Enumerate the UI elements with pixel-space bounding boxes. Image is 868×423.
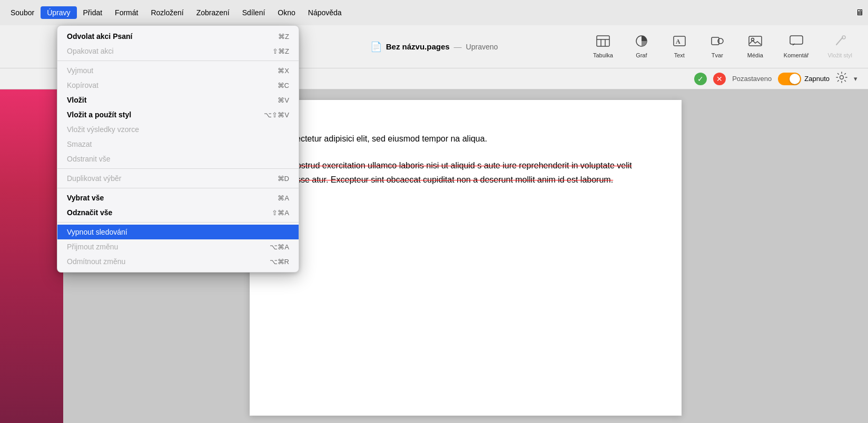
tracking-toggle[interactable]: Zapnuto bbox=[778, 73, 830, 85]
toolbar-tvar-btn[interactable]: Tvar bbox=[703, 32, 732, 62]
document-subtitle: Upraveno bbox=[466, 43, 498, 51]
toolbar-vlozit-styl-btn[interactable]: Vložit styl bbox=[823, 32, 857, 62]
toggle-knob bbox=[790, 74, 800, 84]
para1-text: sectetur adipisici elit, sed eiusmod tem… bbox=[292, 134, 487, 143]
svg-text:A: A bbox=[676, 38, 680, 45]
menu-item-duplikovat-shortcut: ⌘D bbox=[278, 175, 289, 183]
toolbar-text-btn[interactable]: A Text bbox=[665, 32, 694, 62]
toolbar-buttons: Tabulka Graf A Text bbox=[588, 32, 857, 62]
menu-item-prijmout-zmenu[interactable]: Přijmout změnu ⌥⌘A bbox=[57, 239, 299, 254]
menu-item-odznacit-vse-shortcut: ⇧⌘A bbox=[272, 209, 289, 217]
menubar-pridat[interactable]: Přidat bbox=[77, 6, 109, 19]
paragraph-2: nostrud exercitation ullamco laboris nis… bbox=[292, 158, 639, 187]
sidebar bbox=[0, 89, 63, 423]
menu-item-vybrat-vse[interactable]: Vybrat vše ⌘A bbox=[57, 190, 299, 205]
page-content: sectetur adipisici elit, sed eiusmod tem… bbox=[292, 132, 639, 187]
menu-item-kopirovat[interactable]: Kopírovat ⌘C bbox=[57, 78, 299, 93]
menu-item-vypnout-sledovani[interactable]: Vypnout sledování bbox=[57, 225, 299, 239]
komentar-icon bbox=[790, 35, 803, 50]
title-separator: — bbox=[454, 42, 462, 51]
menu-item-vypnout-sledovani-label: Vypnout sledování bbox=[67, 228, 127, 236]
menu-item-odznacit-vse-label: Odznačit vše bbox=[67, 208, 112, 217]
document-title: Bez názvu.pages bbox=[386, 42, 450, 51]
tabulka-icon bbox=[596, 35, 610, 50]
menu-item-duplikovat[interactable]: Duplikovat výběr ⌘D bbox=[57, 171, 299, 186]
monitor-icon: 🖥 bbox=[855, 8, 864, 17]
media-icon bbox=[748, 35, 762, 50]
media-label: Média bbox=[747, 52, 763, 58]
menu-item-vlozit-vzorce-label: Vložit výsledky vzorce bbox=[67, 125, 139, 134]
komentar-label: Komentář bbox=[784, 52, 809, 58]
menu-item-vyjmout-shortcut: ⌘X bbox=[278, 67, 289, 75]
menu-item-vlozit-shortcut: ⌘V bbox=[278, 96, 289, 104]
menu-item-prijmout-zmenu-label: Přijmout změnu bbox=[67, 243, 118, 251]
menu-item-vybrat-vse-label: Vybrat vše bbox=[67, 194, 104, 202]
tvar-label: Tvar bbox=[712, 52, 723, 58]
tracking-chevron-btn[interactable]: ▾ bbox=[854, 75, 857, 83]
separator-2 bbox=[57, 168, 299, 169]
menubar: Soubor Úpravy Přidat Formát Rozložení Zo… bbox=[0, 0, 868, 25]
svg-rect-11 bbox=[790, 36, 803, 44]
zapnuto-label: Zapnuto bbox=[804, 75, 830, 83]
menu-item-vlozit-vzorce[interactable]: Vložit výsledky vzorce bbox=[57, 122, 299, 137]
reject-change-btn[interactable]: ✕ bbox=[713, 73, 726, 85]
menu-item-odmitnout-zmenu-shortcut: ⌥⌘R bbox=[270, 258, 289, 266]
menu-item-odvolat[interactable]: Odvolat akci Psaní ⌘Z bbox=[57, 29, 299, 44]
document-icon: 📄 bbox=[370, 41, 382, 53]
tabulka-label: Tabulka bbox=[593, 52, 613, 58]
menu-item-odstranit-vse[interactable]: Odstranit vše bbox=[57, 152, 299, 166]
tvar-icon bbox=[711, 35, 724, 50]
text-icon: A bbox=[673, 35, 686, 50]
menu-item-vlozit-styl-label: Vložit a použít styl bbox=[67, 110, 131, 119]
menubar-format[interactable]: Formát bbox=[108, 6, 144, 19]
menu-item-vlozit-styl[interactable]: Vložit a použít styl ⌥⇧⌘V bbox=[57, 107, 299, 122]
svg-rect-9 bbox=[749, 36, 762, 46]
text-label: Text bbox=[674, 52, 685, 58]
menu-item-odmitnout-zmenu-label: Odmítnout změnu bbox=[67, 257, 125, 266]
menu-item-duplikovat-label: Duplikovat výběr bbox=[67, 174, 122, 183]
edit-dropdown-menu: Odvolat akci Psaní ⌘Z Opakovat akci ⇧⌘Z … bbox=[57, 25, 299, 273]
toolbar-media-btn[interactable]: Média bbox=[741, 32, 770, 62]
vlozit-styl-label: Vložit styl bbox=[828, 52, 852, 58]
menu-item-odznacit-vse[interactable]: Odznačit vše ⇧⌘A bbox=[57, 205, 299, 220]
menu-item-odvolat-label: Odvolat akci Psaní bbox=[67, 32, 133, 41]
menu-item-opakovat-label: Opakovat akci bbox=[67, 47, 114, 55]
menu-item-opakovat[interactable]: Opakovat akci ⇧⌘Z bbox=[57, 44, 299, 58]
separator-4 bbox=[57, 222, 299, 223]
tracking-settings-btn[interactable] bbox=[836, 72, 847, 86]
menu-item-vybrat-vse-shortcut: ⌘A bbox=[278, 194, 289, 202]
menubar-napoveda[interactable]: Nápověda bbox=[302, 6, 348, 19]
menubar-upravy[interactable]: Úpravy bbox=[41, 6, 76, 19]
menubar-soubor[interactable]: Soubor bbox=[4, 6, 41, 19]
menubar-rozlozeni[interactable]: Rozložení bbox=[144, 6, 190, 19]
menu-item-vlozit[interactable]: Vložit ⌘V bbox=[57, 93, 299, 107]
toolbar-graf-btn[interactable]: Graf bbox=[627, 32, 656, 62]
menu-item-vyjmout-label: Vyjmout bbox=[67, 66, 93, 75]
separator-3 bbox=[57, 188, 299, 188]
menu-item-prijmout-zmenu-shortcut: ⌥⌘A bbox=[270, 243, 289, 251]
menu-item-odstranit-vse-label: Odstranit vše bbox=[67, 155, 110, 163]
menu-item-kopirovat-shortcut: ⌘C bbox=[278, 82, 289, 89]
svg-rect-0 bbox=[597, 36, 609, 46]
menu-item-smazat[interactable]: Smazat bbox=[57, 137, 299, 152]
toggle-switch[interactable] bbox=[778, 73, 801, 85]
toolbar-tabulka-btn[interactable]: Tabulka bbox=[588, 32, 618, 62]
pozastaveno-label: Pozastaveno bbox=[732, 75, 772, 83]
graf-label: Graf bbox=[636, 52, 647, 58]
menu-item-kopirovat-label: Kopírovat bbox=[67, 81, 98, 89]
menubar-okno[interactable]: Okno bbox=[271, 6, 301, 19]
menubar-sdileni[interactable]: Sdílení bbox=[236, 6, 272, 19]
para2-text: nostrud exercitation ullamco laboris nis… bbox=[292, 161, 632, 184]
menu-item-vlozit-label: Vložit bbox=[67, 96, 86, 104]
menu-item-odmitnout-zmenu[interactable]: Odmítnout změnu ⌥⌘R bbox=[57, 254, 299, 269]
menubar-zobrazeni[interactable]: Zobrazení bbox=[190, 6, 236, 19]
menu-item-vyjmout[interactable]: Vyjmout ⌘X bbox=[57, 63, 299, 78]
document-title-area: 📄 Bez názvu.pages — Upraveno bbox=[370, 41, 498, 53]
vlozit-styl-icon bbox=[833, 35, 847, 50]
menu-item-smazat-label: Smazat bbox=[67, 140, 92, 148]
paragraph-1: sectetur adipisici elit, sed eiusmod tem… bbox=[292, 132, 639, 146]
document-page[interactable]: sectetur adipisici elit, sed eiusmod tem… bbox=[250, 100, 682, 416]
accept-change-btn[interactable]: ✓ bbox=[694, 73, 707, 85]
menu-item-odvolat-shortcut: ⌘Z bbox=[278, 33, 289, 41]
toolbar-komentar-btn[interactable]: Komentář bbox=[778, 32, 814, 62]
